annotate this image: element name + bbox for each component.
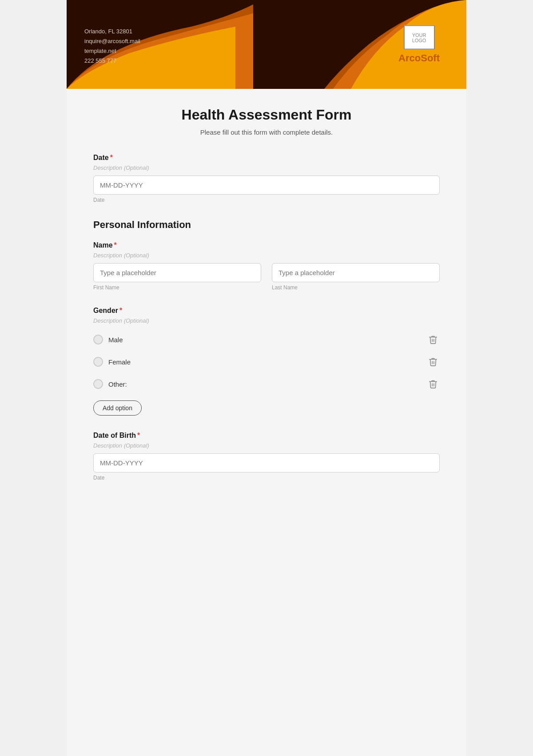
header: Orlando, FL 32801 inquire@arcosoft.mail … [67, 0, 466, 89]
dob-required-star: * [137, 432, 140, 439]
gender-option-other: Other: [93, 373, 440, 395]
radio-other[interactable] [93, 379, 103, 389]
first-name-hint: First Name [93, 284, 261, 291]
contact-line3: template.net [84, 46, 140, 56]
form-title: Health Assessment Form [93, 107, 440, 123]
date-description: Description (Optional) [93, 164, 440, 171]
gender-male-label: Male [108, 336, 123, 344]
gender-required-star: * [119, 307, 122, 314]
gender-field-group: Gender* Description (Optional) Male [93, 307, 440, 416]
contact-line4: 222 555 777 [84, 56, 140, 66]
personal-info-heading: Personal Information [93, 219, 440, 231]
gender-label: Gender* [93, 307, 440, 315]
first-name-input[interactable] [93, 263, 261, 282]
gender-other-label: Other: [108, 380, 127, 388]
delete-female-button[interactable] [426, 355, 440, 368]
page: Orlando, FL 32801 inquire@arcosoft.mail … [67, 0, 466, 756]
header-contact: Orlando, FL 32801 inquire@arcosoft.mail … [84, 27, 140, 66]
dob-label: Date of Birth* [93, 432, 440, 440]
name-field-group: Name* Description (Optional) First Name … [93, 241, 440, 291]
logo-area: YOUR LOGO ArcoSoft [398, 25, 440, 64]
dob-description: Description (Optional) [93, 442, 440, 449]
first-name-col: First Name [93, 263, 261, 291]
radio-male[interactable] [93, 335, 103, 344]
name-label: Name* [93, 241, 440, 249]
date-input[interactable] [93, 176, 440, 195]
dob-field-group: Date of Birth* Description (Optional) Da… [93, 432, 440, 481]
logo-box: YOUR LOGO [404, 25, 435, 50]
contact-line1: Orlando, FL 32801 [84, 27, 140, 36]
last-name-col: Last Name [272, 263, 440, 291]
gender-option-female: Female [93, 351, 440, 373]
dob-hint: Date [93, 475, 440, 481]
gender-female-label: Female [108, 358, 131, 366]
radio-female[interactable] [93, 357, 103, 367]
date-required-star: * [110, 154, 113, 161]
form-subtitle: Please fill out this form with complete … [93, 128, 440, 136]
name-description: Description (Optional) [93, 252, 440, 259]
last-name-input[interactable] [272, 263, 440, 282]
gender-options: Male Female [93, 328, 440, 395]
gender-option-male: Male [93, 328, 440, 351]
date-field-group: Date* Description (Optional) Date [93, 154, 440, 203]
date-hint: Date [93, 197, 440, 203]
name-required-star: * [114, 241, 117, 249]
right-curves [324, 0, 466, 89]
add-option-button[interactable]: Add option [93, 400, 142, 416]
name-two-col: First Name Last Name [93, 263, 440, 291]
brand-name: ArcoSoft [398, 52, 440, 64]
gender-description: Description (Optional) [93, 317, 440, 324]
form-content: Health Assessment Form Please fill out t… [67, 89, 466, 524]
delete-other-button[interactable] [426, 377, 440, 391]
delete-male-button[interactable] [426, 333, 440, 346]
date-label: Date* [93, 154, 440, 162]
last-name-hint: Last Name [272, 284, 440, 291]
dob-input[interactable] [93, 453, 440, 472]
contact-line2: inquire@arcosoft.mail [84, 36, 140, 46]
